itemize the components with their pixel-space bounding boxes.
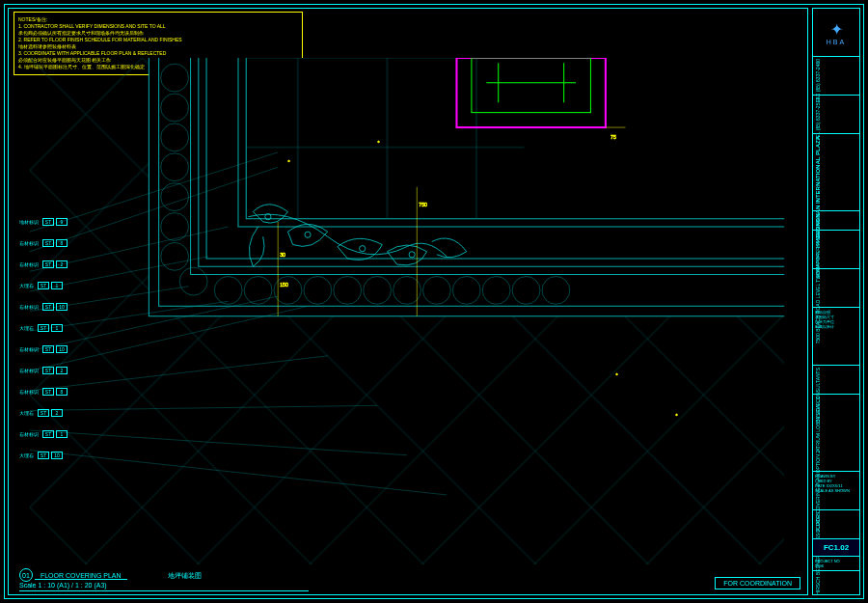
material-tag: 大理石ST1	[19, 318, 135, 338]
drawing-title: 01 FLOOR COVERING PLAN 地坪铺装图 Scale 1 : 1…	[19, 568, 309, 591]
projno: 5596	[815, 563, 857, 568]
title-bubble: 01	[19, 568, 33, 582]
notes-header: NOTES/备注:	[18, 16, 298, 23]
firm-name: HBA	[827, 39, 846, 45]
hba-logo-icon: ✦	[830, 20, 843, 39]
note-line: 3. COORDINATE WITH APPLICABLE FLOOR PLAN…	[18, 50, 298, 57]
dwg-line: OPTION 2	[815, 451, 821, 473]
firm-long-section: HIRSCH BEDNER AND ASSOCIATES	[813, 510, 859, 539]
svg-text:⬥: ⬥	[615, 370, 618, 376]
plan-title: FLOOR COVERING PLAN	[35, 572, 127, 580]
note-cn: 标高以米计	[815, 324, 857, 329]
note-line: 地材选料请参照装修材料表	[18, 43, 298, 50]
meta-section: DRAWN BY CHKD BY DATE XX/XX/11 SCALE AS …	[813, 472, 859, 510]
plan-title-cn: 地坪铺装图	[168, 572, 202, 579]
material-tag: 大理石ST2	[19, 403, 135, 423]
project-no-section: PROJECT NO 5596	[813, 557, 859, 571]
consultants-section: DESIGN CONSULTANTS	[813, 366, 859, 395]
dwg-line: LEVEL 1	[815, 397, 821, 416]
svg-text:⬥: ⬥	[377, 138, 380, 144]
notes-cn-section: 图纸说明 本图纸尺寸 以米为单位 标高以米计	[813, 308, 859, 366]
svg-text:75: 75	[610, 134, 616, 140]
drawing-title-section: LEVEL 1 ATRIUM LOBBY OPTION 2 FLOOR COVE…	[813, 395, 859, 472]
material-tag: 石材标识ST8	[19, 233, 135, 253]
material-tag: 石材标识ST10	[19, 340, 135, 359]
material-tag: 地材标识ST9	[19, 212, 135, 232]
material-tag: 大理石ST10	[19, 446, 135, 465]
scale-text: Scale 1 : 10 (A1) / 1 : 20 (A3)	[19, 582, 309, 589]
scale: SCALE AS SHOWN	[815, 488, 857, 493]
svg-text:30: 30	[280, 252, 285, 258]
inner-grid	[246, 58, 524, 219]
title-block: ✦ HBA FAX (65) 6337-2460 TEL (65) 6337-2…	[812, 8, 860, 595]
svg-text:750: 750	[419, 202, 427, 207]
address-section: SINGAPORE 199591	[813, 231, 859, 269]
material-tag: 石材标识ST2	[19, 255, 135, 274]
contact-section: FAX (65) 6337-2460	[813, 57, 859, 96]
firm-logo: ✦ HBA	[813, 9, 859, 57]
svg-text:⬥: ⬥	[287, 157, 290, 163]
remarks-section: REMARKS	[813, 211, 859, 231]
project-section: ZHONGNAN INTERNATIONAL PLAZA NANTONG, CH…	[813, 134, 859, 211]
svg-text:150: 150	[280, 282, 288, 288]
sheet-number: FC1.02	[813, 539, 859, 557]
coordination-stamp: FOR COORDINATION	[715, 577, 800, 589]
material-tag: 石材标识ST8	[19, 382, 135, 401]
dwg-line: ATRIUM LOBBY	[815, 416, 821, 452]
address2-section: 7500 BEACH ROAD LEVEL TWO	[813, 269, 859, 308]
material-tag: 大理石ST1	[19, 276, 135, 295]
svg-text:⬥: ⬥	[675, 411, 678, 417]
tel-section: TEL (65) 6337-2511	[813, 96, 859, 134]
material-tags: 地材标识ST9石材标识ST8石材标识ST2大理石ST1石材标识ST10大理石ST…	[19, 212, 135, 467]
note-line: 承包商必须确认所有指定要求尺寸和现场条件均无误后制作	[18, 30, 298, 37]
material-tag: 石材标识ST1	[19, 425, 135, 444]
material-tag: 石材标识ST10	[19, 297, 135, 316]
note-line: 2. REFER TO FLOOR FINISH SCHEDULE FOR MA…	[18, 37, 298, 43]
material-tag: 石材标识ST2	[19, 361, 135, 380]
note-line: 1. CONTRACTOR SHALL VERIFY DIMENSIONS AN…	[18, 23, 298, 30]
